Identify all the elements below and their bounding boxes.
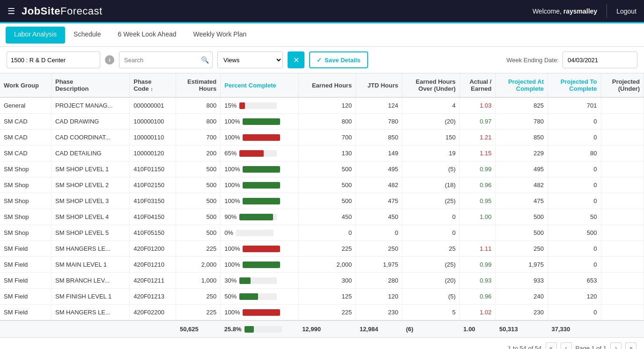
- cell-pct-complete: 100%: [221, 257, 298, 273]
- cell-proj-to-complete: 120: [548, 289, 601, 305]
- cell-projected-under: [601, 193, 644, 209]
- col-phase-code[interactable]: PhaseCode ↕: [130, 73, 176, 97]
- cell-proj-to-complete: 0: [548, 241, 601, 257]
- cell-phase-code: 410F03150: [130, 193, 176, 209]
- views-select[interactable]: Views: [217, 51, 283, 68]
- cell-projected-under: [601, 130, 644, 145]
- cell-proj-at-complete: 780: [496, 114, 548, 130]
- footer-proj-at-complete: 50,313: [496, 320, 548, 337]
- table-footer-row: 50,625 25.8% 12,990 12,984 (6) 1.00 50,3…: [0, 320, 644, 337]
- data-table: Work Group PhaseDescription PhaseCode ↕ …: [0, 73, 644, 337]
- cell-phase-code: 410F05150: [130, 225, 176, 241]
- cell-earned-hours: 700: [298, 130, 356, 145]
- cell-actual-earned: 0.97: [459, 114, 496, 130]
- cell-jtd-hours: 1,975: [356, 257, 402, 273]
- page-first-btn[interactable]: «: [546, 342, 557, 349]
- cell-proj-at-complete: 482: [496, 177, 548, 193]
- cell-earned-over-under: 0: [402, 209, 460, 225]
- cell-phase-desc: SM BRANCH LEV...: [51, 273, 129, 289]
- cell-pct-complete: 100%: [221, 161, 298, 177]
- col-projected-under: Projected(Under): [601, 73, 644, 97]
- cell-phase-code: 420F01213: [130, 289, 176, 305]
- tab-weekly-work-plan[interactable]: Weekly Work Plan: [185, 23, 255, 47]
- cell-proj-to-complete: 0: [548, 177, 601, 193]
- cell-earned-over-under: 19: [402, 145, 460, 161]
- logout-button[interactable]: Logout: [616, 7, 637, 15]
- week-date-input[interactable]: [563, 51, 637, 68]
- footer-earned-over-under: (6): [402, 320, 460, 337]
- cell-pct-complete: 90%: [221, 209, 298, 225]
- cell-jtd-hours: 280: [356, 273, 402, 289]
- cell-jtd-hours: 475: [356, 193, 402, 209]
- cell-jtd-hours: 250: [356, 241, 402, 257]
- footer-empty: [0, 320, 176, 337]
- cell-est-hours: 1,000: [176, 273, 221, 289]
- cell-proj-to-complete: 0: [548, 257, 601, 273]
- cell-earned-hours: 500: [298, 193, 356, 209]
- cell-actual-earned: 1.11: [459, 241, 496, 257]
- save-button[interactable]: ✓ Save Details: [309, 51, 368, 68]
- cell-work-group: SM Field: [0, 273, 51, 289]
- footer-actual-earned: 1.00: [459, 320, 496, 337]
- cell-phase-code: 100000120: [130, 145, 176, 161]
- cell-actual-earned: 1.03: [459, 97, 496, 114]
- cell-est-hours: 225: [176, 241, 221, 257]
- cell-phase-desc: SM SHOP LEVEL 4: [51, 209, 129, 225]
- cell-proj-to-complete: 0: [548, 114, 601, 130]
- cell-phase-desc: SM MAIN LEVEL 1: [51, 257, 129, 273]
- tab-labor-analysis[interactable]: Labor Analysis: [6, 27, 65, 44]
- cell-proj-to-complete: 701: [548, 97, 601, 114]
- cell-phase-desc: SM SHOP LEVEL 5: [51, 225, 129, 241]
- footer-est-hours: 50,625: [176, 320, 221, 337]
- cell-projected-under: [601, 114, 644, 130]
- cell-pct-complete: 100%: [221, 130, 298, 145]
- cell-jtd-hours: 780: [356, 114, 402, 130]
- cell-phase-code: 000000001: [130, 97, 176, 114]
- table-row: SM Shop SM SHOP LEVEL 3 410F03150 500 10…: [0, 193, 644, 209]
- cell-projected-under: [601, 257, 644, 273]
- cell-earned-hours: 800: [298, 114, 356, 130]
- project-select[interactable]: 1500 : R & D Center: [7, 51, 100, 68]
- page-last-btn[interactable]: »: [625, 342, 637, 349]
- cell-proj-at-complete: 825: [496, 97, 548, 114]
- cell-earned-hours: 125: [298, 289, 356, 305]
- cell-projected-under: [601, 241, 644, 257]
- cell-phase-code: 100000110: [130, 130, 176, 145]
- cell-earned-hours: 2,000: [298, 257, 356, 273]
- search-input[interactable]: [119, 51, 213, 68]
- cell-phase-desc: CAD COORDINAT...: [51, 130, 129, 145]
- tab-6-week[interactable]: 6 Week Look Ahead: [109, 23, 185, 47]
- header-right: Welcome, raysmalley Logout: [533, 4, 637, 18]
- footer-proj-to-complete: 37,330: [548, 320, 601, 337]
- cell-est-hours: 500: [176, 177, 221, 193]
- cell-projected-under: [601, 161, 644, 177]
- cell-earned-over-under: 5: [402, 305, 460, 321]
- cell-earned-hours: 500: [298, 161, 356, 177]
- col-est-hours: EstimatedHours: [176, 73, 221, 97]
- cell-proj-to-complete: 500: [548, 225, 601, 241]
- cell-proj-to-complete: 0: [548, 193, 601, 209]
- cell-work-group: SM Shop: [0, 161, 51, 177]
- cell-pct-complete: 50%: [221, 289, 298, 305]
- cell-jtd-hours: 850: [356, 130, 402, 145]
- cell-earned-over-under: (20): [402, 114, 460, 130]
- info-icon[interactable]: i: [105, 55, 114, 65]
- col-earned-hours: Earned Hours: [298, 73, 356, 97]
- table-row: SM Shop SM SHOP LEVEL 5 410F05150 500 0%…: [0, 225, 644, 241]
- table-row: SM Field SM HANGERS LE... 420F02200 225 …: [0, 305, 644, 321]
- clear-button[interactable]: ✕: [288, 51, 304, 68]
- cell-projected-under: [601, 97, 644, 114]
- cell-actual-earned: 0.99: [459, 161, 496, 177]
- cell-actual-earned: 0.95: [459, 193, 496, 209]
- page-prev-btn[interactable]: ‹: [561, 342, 572, 349]
- cell-projected-under: [601, 145, 644, 161]
- menu-icon[interactable]: ☰: [7, 6, 15, 16]
- cell-work-group: General: [0, 97, 51, 114]
- tab-schedule[interactable]: Schedule: [65, 23, 109, 47]
- page-next-btn[interactable]: ›: [610, 342, 622, 349]
- cell-proj-to-complete: 0: [548, 305, 601, 321]
- cell-est-hours: 500: [176, 209, 221, 225]
- table-row: SM Shop SM SHOP LEVEL 2 410F02150 500 10…: [0, 177, 644, 193]
- cell-phase-desc: CAD DETAILING: [51, 145, 129, 161]
- cell-proj-at-complete: 250: [496, 241, 548, 257]
